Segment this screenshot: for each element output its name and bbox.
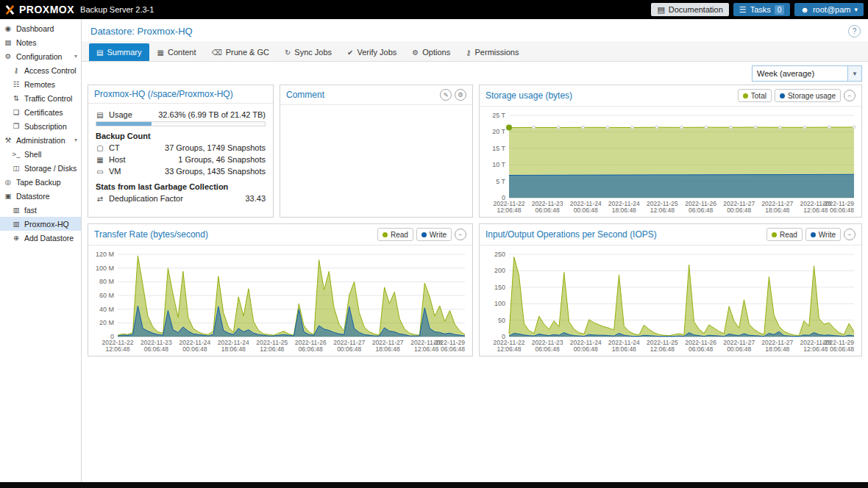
remotes-icon: ☷ bbox=[12, 80, 21, 88]
sidebar-item-label: Traffic Control bbox=[24, 94, 72, 103]
tab-label: Content bbox=[168, 48, 196, 57]
chevron-down-icon[interactable]: ▾ bbox=[74, 137, 77, 143]
tab-sync-jobs[interactable]: ↻Sync Jobs bbox=[277, 43, 339, 61]
shell-icon: >_ bbox=[12, 150, 21, 158]
comment-body bbox=[280, 105, 472, 217]
sidebar-item-tape-backup[interactable]: ◎Tape Backup bbox=[0, 175, 81, 189]
legend-dot bbox=[811, 232, 816, 237]
sidebar-item-datastore[interactable]: ▣Datastore bbox=[0, 189, 81, 203]
legend-label: Read bbox=[780, 231, 797, 239]
legend-read[interactable]: Read bbox=[377, 228, 413, 241]
sidebar-item-remotes[interactable]: ☷Remotes bbox=[0, 77, 81, 91]
svg-text:250: 250 bbox=[494, 251, 505, 258]
user-label: root@pam bbox=[813, 5, 851, 14]
sidebar-item-administration[interactable]: ⚒Administration▾ bbox=[0, 133, 81, 147]
legend-dot bbox=[383, 232, 388, 237]
usage-progress-bar bbox=[96, 121, 266, 126]
gear-icon[interactable]: ⚙ bbox=[455, 89, 466, 101]
svg-text:18:06:48: 18:06:48 bbox=[765, 207, 789, 214]
sidebar-item-label: Administration bbox=[16, 136, 65, 145]
drive-icon: ▤ bbox=[96, 111, 104, 119]
stat-row: ▦Host1 Groups, 46 Snapshots bbox=[96, 154, 266, 165]
svg-text:00:06:48: 00:06:48 bbox=[182, 345, 207, 353]
host-icon: ▦ bbox=[96, 156, 104, 164]
tab-verify-jobs[interactable]: ✔Verify Jobs bbox=[340, 43, 404, 61]
sidebar-item-dashboard[interactable]: ◉Dashboard bbox=[0, 21, 81, 35]
sidebar-item-label: Subscription bbox=[24, 122, 67, 131]
svg-text:18:06:48: 18:06:48 bbox=[221, 345, 246, 353]
dashboard-icon: ◉ bbox=[4, 24, 13, 32]
collapse-icon[interactable]: − bbox=[455, 229, 466, 240]
sidebar-item-access-control[interactable]: ⚷Access Control bbox=[0, 63, 81, 77]
sidebar-item-notes[interactable]: ▤Notes bbox=[0, 35, 81, 49]
administration-icon: ⚒ bbox=[4, 136, 13, 144]
sidebar-item-shell[interactable]: >_Shell bbox=[0, 147, 81, 161]
sidebar-item-label: Proxmox-HQ bbox=[24, 220, 69, 229]
user-menu-button[interactable]: ☻ root@pam ▾ bbox=[794, 3, 864, 16]
tab-label: Summary bbox=[107, 48, 141, 57]
sidebar-item-traffic-control[interactable]: ⇅Traffic Control bbox=[0, 91, 81, 105]
sidebar-item-label: Add Datastore bbox=[24, 234, 74, 243]
chevron-down-icon[interactable]: ▾ bbox=[74, 53, 77, 60]
configuration-icon: ⚙ bbox=[4, 52, 13, 60]
tape-backup-icon: ◎ bbox=[4, 178, 13, 186]
time-range-select[interactable]: Week (average) ▼ bbox=[752, 65, 862, 82]
storage-usage-chart: 05 T10 T15 T20 T25 T2022-11-2212:06:4820… bbox=[481, 108, 860, 217]
svg-text:100 M: 100 M bbox=[96, 265, 114, 272]
collapse-icon[interactable]: − bbox=[844, 229, 855, 240]
tab-options[interactable]: ⚙Options bbox=[405, 43, 458, 61]
legend-dot bbox=[772, 232, 777, 237]
usage-value: 32.63% (6.99 TB of 21.42 TB) bbox=[158, 110, 266, 119]
verify-jobs-icon: ✔ bbox=[347, 49, 353, 57]
legend-total[interactable]: Total bbox=[738, 89, 772, 102]
tab-summary[interactable]: ▤Summary bbox=[89, 43, 149, 61]
stat-value: 1 Groups, 46 Snapshots bbox=[178, 155, 266, 164]
sidebar-item-label: Configuration bbox=[16, 52, 62, 61]
svg-text:12:06:48: 12:06:48 bbox=[803, 207, 828, 214]
usage-label: Usage bbox=[109, 110, 132, 119]
ct-icon: ▢ bbox=[96, 144, 104, 152]
legend-read[interactable]: Read bbox=[766, 228, 803, 241]
tab-permissions[interactable]: ⚷Permissions bbox=[458, 43, 526, 61]
svg-text:00:06:48: 00:06:48 bbox=[574, 207, 598, 214]
sidebar-item-label: Remotes bbox=[24, 80, 55, 89]
sidebar-item-storage-disks[interactable]: ◫Storage / Disks bbox=[0, 161, 81, 175]
legend-write[interactable]: Write bbox=[416, 228, 452, 241]
sidebar-item-datastore-fast[interactable]: ▥fast bbox=[0, 203, 81, 217]
sidebar: ◉Dashboard▤Notes⚙Configuration▾⚷Access C… bbox=[0, 19, 82, 482]
legend-label: Read bbox=[391, 231, 408, 239]
chevron-down-icon: ▾ bbox=[854, 6, 858, 13]
documentation-button[interactable]: ▤ Documentation bbox=[651, 3, 728, 16]
chevron-down-icon[interactable]: ▼ bbox=[847, 66, 861, 81]
svg-text:12:06:48: 12:06:48 bbox=[650, 207, 675, 214]
tab-prune-gc[interactable]: ⌫Prune & GC bbox=[204, 43, 277, 61]
sidebar-item-configuration[interactable]: ⚙Configuration▾ bbox=[0, 49, 81, 63]
svg-text:15 T: 15 T bbox=[492, 145, 505, 152]
svg-text:20 T: 20 T bbox=[492, 128, 505, 135]
legend-write[interactable]: Write bbox=[805, 228, 841, 241]
sidebar-item-label: Certificates bbox=[24, 108, 63, 117]
edit-icon[interactable]: ✎ bbox=[440, 89, 452, 101]
stat-row: ▢CT37 Groups, 1749 Snapshots bbox=[96, 142, 266, 154]
tab-content[interactable]: ▦Content bbox=[150, 43, 204, 61]
stat-row: ▭VM33 Groups, 1435 Snapshots bbox=[96, 165, 266, 177]
tasks-label: Tasks bbox=[750, 5, 771, 14]
svg-text:20 M: 20 M bbox=[99, 319, 114, 326]
svg-text:00:06:48: 00:06:48 bbox=[727, 207, 751, 214]
legend-dot bbox=[743, 93, 748, 98]
sidebar-item-label: Dashboard bbox=[16, 24, 54, 33]
collapse-icon[interactable]: − bbox=[844, 90, 855, 101]
sidebar-item-certificates[interactable]: ❏Certificates bbox=[0, 105, 81, 119]
tab-label: Sync Jobs bbox=[294, 48, 332, 57]
legend-storage-usage[interactable]: Storage usage bbox=[775, 89, 841, 102]
help-icon[interactable]: ? bbox=[848, 25, 861, 37]
access-control-icon: ⚷ bbox=[12, 66, 21, 74]
page-title: Datastore: Proxmox-HQ bbox=[90, 26, 193, 37]
sidebar-item-add-datastore[interactable]: ⊕Add Datastore bbox=[0, 231, 81, 245]
svg-text:5 T: 5 T bbox=[496, 178, 505, 185]
sidebar-item-datastore-proxmox-hq[interactable]: ▥Proxmox-HQ bbox=[0, 217, 81, 231]
list-icon: ☰ bbox=[739, 5, 747, 15]
sidebar-item-subscription[interactable]: ❐Subscription bbox=[0, 119, 81, 133]
tab-bar: ▤Summary▦Content⌫Prune & GC↻Sync Jobs✔Ve… bbox=[82, 41, 868, 62]
tasks-button[interactable]: ☰ Tasks 0 bbox=[733, 3, 791, 16]
